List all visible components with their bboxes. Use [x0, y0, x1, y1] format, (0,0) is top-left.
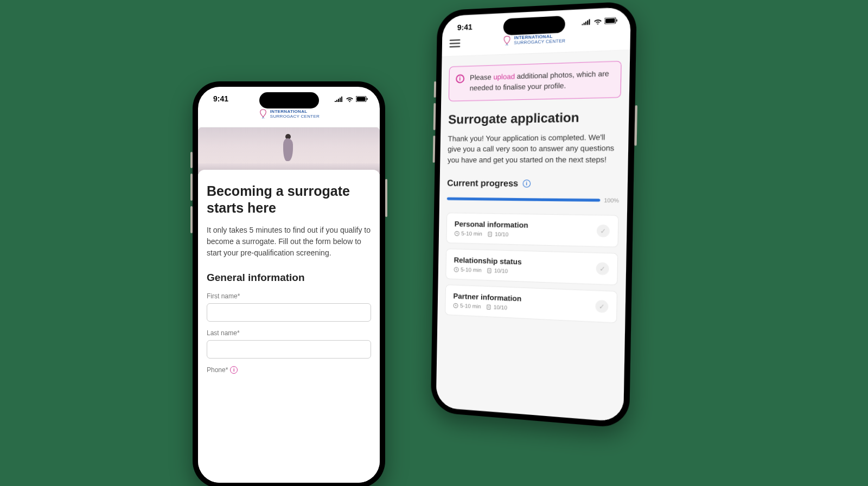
logo-text-2: SURROGACY CENTER [514, 39, 565, 46]
progress-bar: 100% [447, 196, 619, 204]
page-title: Surrogate application [448, 109, 621, 127]
svg-rect-4 [605, 18, 615, 23]
phone-button [190, 174, 193, 201]
step-item[interactable]: Partner information 5-10 min 10/10 ✓ [445, 285, 617, 323]
page-title: Becoming a surrogate starts here [207, 183, 371, 217]
svg-rect-11 [487, 305, 490, 309]
info-icon [456, 74, 464, 84]
svg-rect-2 [367, 98, 368, 100]
first-name-label: First name* [207, 292, 371, 300]
dynamic-island [259, 92, 319, 108]
phone-button [634, 105, 637, 146]
last-name-label: Last name* [207, 329, 371, 337]
progress-fill [447, 197, 601, 202]
menu-icon[interactable] [449, 38, 460, 49]
section-heading: General information [207, 272, 371, 284]
step-title: Partner information [453, 292, 521, 303]
main-content: Please upload additional photos, which a… [436, 50, 630, 422]
step-meta: 5-10 min 10/10 [454, 266, 521, 274]
app-header: INTERNATIONAL SURROGACY CENTER [198, 105, 380, 127]
step-meta: 5-10 min 10/10 [454, 231, 528, 238]
phone-mockup-form: 9:41 INTERNATIONAL SURROGACY CENTER [193, 81, 385, 486]
alert-text: Please upload additional photos, which a… [470, 68, 614, 93]
first-name-input[interactable] [207, 303, 371, 322]
hero-image [198, 127, 380, 174]
phone-button [190, 152, 193, 168]
phone-label: Phone* i [207, 366, 371, 374]
svg-rect-1 [357, 97, 366, 101]
check-icon: ✓ [596, 263, 609, 276]
svg-rect-5 [616, 19, 617, 21]
dynamic-island [503, 16, 565, 35]
phone-button [190, 206, 193, 233]
upload-alert: Please upload additional photos, which a… [449, 61, 622, 101]
app-logo: INTERNATIONAL SURROGACY CENTER [258, 107, 320, 122]
step-title: Relationship status [454, 256, 521, 266]
info-icon[interactable]: i [230, 366, 238, 374]
phone-button [385, 179, 387, 217]
phone-button [434, 81, 436, 98]
page-subtitle: It only takes 5 minutes to find out if y… [207, 225, 371, 259]
progress-percent: 100% [604, 197, 619, 204]
svg-rect-7 [488, 232, 492, 236]
upload-link[interactable]: upload [493, 72, 515, 81]
status-time: 9:41 [213, 94, 228, 103]
step-meta: 5-10 min 10/10 [453, 303, 521, 312]
step-item[interactable]: Personal information 5-10 min 10/10 ✓ [446, 213, 618, 247]
status-icons [582, 17, 617, 25]
progress-heading: Current progress i [447, 178, 620, 189]
phone-button [433, 136, 436, 163]
phone-mockup-progress: 9:41 INTERNATIONAL SURROGACY CENTER [431, 1, 637, 429]
page-body: Thank you! Your application is completed… [448, 131, 621, 165]
last-name-input[interactable] [207, 340, 371, 359]
check-icon: ✓ [597, 225, 610, 238]
svg-rect-9 [488, 268, 491, 273]
phone-button [433, 103, 436, 130]
steps-list: Personal information 5-10 min 10/10 ✓ Re… [445, 213, 619, 329]
status-icons [335, 96, 368, 102]
status-time: 9:41 [457, 22, 473, 31]
logo-text-2: SURROGACY CENTER [270, 114, 320, 119]
check-icon: ✓ [595, 300, 608, 313]
step-title: Personal information [455, 220, 528, 230]
step-item[interactable]: Relationship status 5-10 min 10/10 ✓ [445, 249, 618, 286]
info-icon[interactable]: i [522, 180, 531, 188]
